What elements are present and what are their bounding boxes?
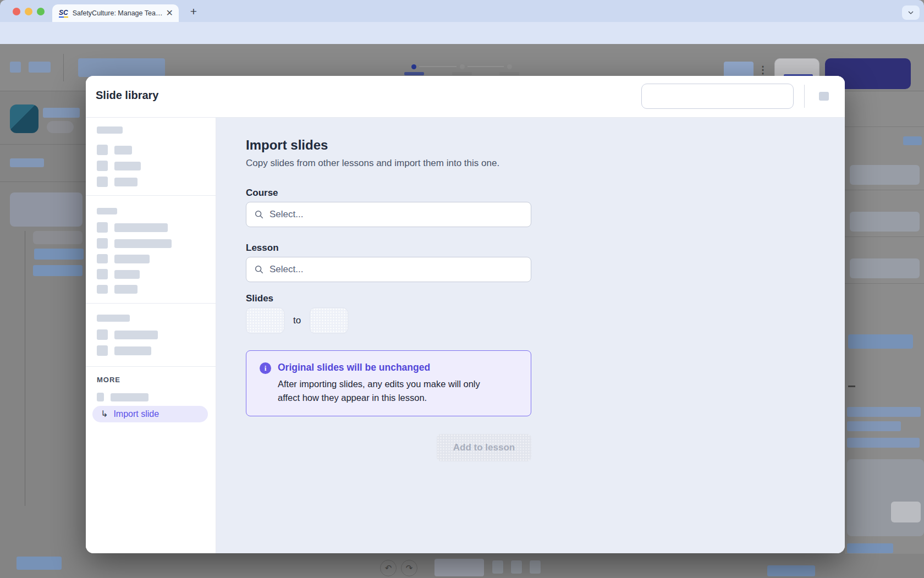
skeleton-bar bbox=[97, 126, 123, 134]
modal-body: MORE ↳ Import slide Import slides Copy s… bbox=[86, 118, 845, 553]
skeleton-bar bbox=[97, 208, 117, 214]
skeleton-row bbox=[97, 269, 216, 279]
lesson-sidebar: MORE ↳ Import slide bbox=[86, 118, 216, 553]
modal-title: Slide library bbox=[96, 89, 159, 102]
skeleton-bar bbox=[97, 315, 130, 322]
lesson-select-placeholder: Select... bbox=[270, 264, 303, 275]
skeleton-row bbox=[97, 254, 216, 263]
modal-header: Slide library bbox=[86, 76, 845, 118]
return-arrow-icon: ↳ bbox=[101, 410, 108, 419]
browser-toolbar bbox=[0, 22, 924, 44]
skeleton-row bbox=[97, 345, 216, 356]
sidebar-divider bbox=[86, 303, 216, 304]
tab-close-icon[interactable]: ✕ bbox=[166, 9, 173, 18]
skeleton-row bbox=[97, 238, 216, 249]
expand-button[interactable] bbox=[819, 92, 829, 101]
import-slides-panel: Import slides Copy slides from other les… bbox=[216, 118, 845, 553]
skeleton-row bbox=[97, 145, 216, 155]
minimize-window-button[interactable] bbox=[25, 8, 32, 15]
import-slide-label: Import slide bbox=[113, 409, 159, 419]
sidebar-divider bbox=[86, 195, 216, 196]
search-icon bbox=[254, 265, 264, 274]
library-search-input[interactable] bbox=[641, 84, 794, 109]
new-tab-button[interactable]: + bbox=[186, 4, 201, 20]
sidebar-divider bbox=[86, 366, 216, 367]
tab-title: SafetyCulture: Manage Teams and... bbox=[73, 9, 163, 17]
slides-to-input[interactable] bbox=[310, 307, 348, 334]
zoom-window-button[interactable] bbox=[37, 8, 45, 15]
info-banner-title: Original slides will be unchanged bbox=[278, 362, 504, 373]
browser-window: SC SafetyCulture: Manage Teams and... ✕ … bbox=[0, 0, 924, 578]
safetyculture-favicon: SC bbox=[59, 9, 68, 18]
chevron-down-icon bbox=[908, 9, 914, 16]
close-window-button[interactable] bbox=[13, 8, 20, 15]
more-section-label: MORE bbox=[97, 376, 216, 384]
search-icon bbox=[254, 210, 264, 219]
add-to-lesson-button[interactable]: Add to lesson bbox=[437, 434, 531, 461]
lesson-label: Lesson bbox=[246, 243, 531, 254]
info-icon: i bbox=[260, 362, 271, 374]
skeleton-row bbox=[97, 393, 216, 401]
skeleton-row bbox=[97, 161, 216, 171]
slides-range-row: to bbox=[246, 307, 531, 334]
skeleton-row bbox=[97, 329, 216, 340]
course-label: Course bbox=[246, 188, 531, 199]
page-subtitle: Copy slides from other lessons and impor… bbox=[246, 158, 531, 169]
skeleton-row bbox=[97, 177, 216, 187]
skeleton-row bbox=[97, 285, 216, 294]
lesson-select[interactable]: Select... bbox=[246, 257, 531, 282]
tab-strip: SC SafetyCulture: Manage Teams and... ✕ … bbox=[0, 0, 924, 22]
course-select[interactable]: Select... bbox=[246, 202, 531, 227]
browser-tab[interactable]: SC SafetyCulture: Manage Teams and... ✕ bbox=[52, 4, 179, 22]
slides-to-label: to bbox=[293, 315, 301, 326]
page-title: Import slides bbox=[246, 137, 531, 153]
slides-label: Slides bbox=[246, 293, 531, 304]
info-banner: i Original slides will be unchanged Afte… bbox=[246, 350, 531, 416]
tab-search-button[interactable] bbox=[902, 5, 920, 20]
slides-from-input[interactable] bbox=[246, 307, 284, 334]
sidebar-item-import-slide[interactable]: ↳ Import slide bbox=[92, 406, 208, 422]
slide-library-modal: Slide library bbox=[86, 76, 845, 553]
info-banner-body: After importing slides, any edits you ma… bbox=[278, 377, 504, 405]
course-select-placeholder: Select... bbox=[270, 209, 303, 220]
skeleton-row bbox=[97, 222, 216, 233]
header-divider bbox=[804, 85, 805, 108]
